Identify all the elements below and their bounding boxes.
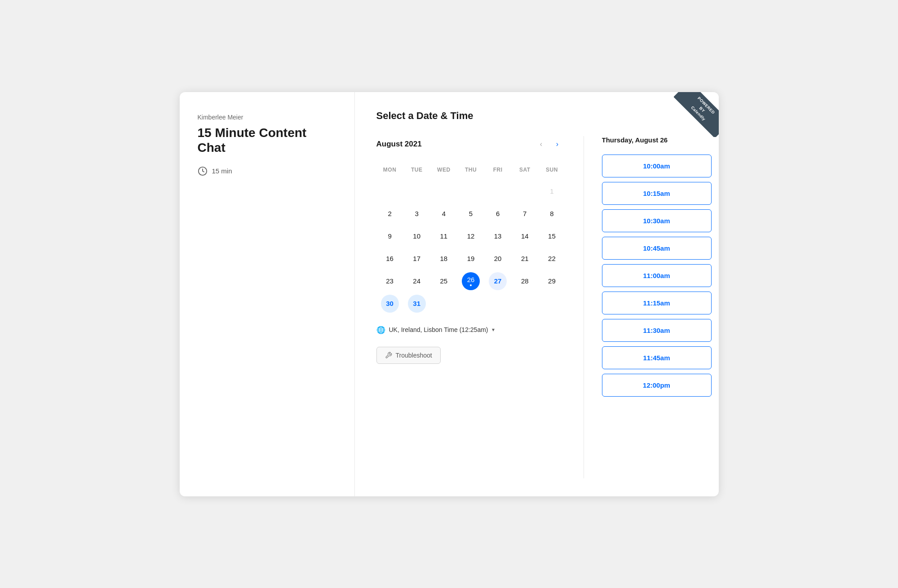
booking-card: POWERED BY Calendly Kimberlee Meier 15 M… <box>180 92 719 496</box>
weekdays-row: MON TUE WED THU FRI SAT SUN <box>376 163 566 177</box>
duration-row: 15 min <box>198 166 336 176</box>
weekday-tue: TUE <box>403 163 430 177</box>
cal-cell-20[interactable]: 20 <box>484 248 511 270</box>
time-slots-area: Thursday, August 26 10:00am 10:15am 10:3… <box>602 136 719 473</box>
troubleshoot-label: Troubleshoot <box>396 352 432 359</box>
time-slot-1000am[interactable]: 10:00am <box>602 155 712 177</box>
cal-cell-31[interactable]: 31 <box>403 292 430 315</box>
cal-cell-29[interactable]: 29 <box>538 270 565 292</box>
cal-cell-10[interactable]: 10 <box>403 225 430 248</box>
weekday-wed: WED <box>430 163 457 177</box>
calendar-grid: 1 2 3 4 5 6 7 8 9 10 11 12 13 14 15 <box>376 180 566 315</box>
cal-cell-5[interactable]: 5 <box>457 203 484 225</box>
time-slot-1100am[interactable]: 11:00am <box>602 264 712 287</box>
section-title: Select a Date & Time <box>376 110 719 122</box>
wrench-icon <box>385 352 392 359</box>
cal-cell-empty-r6-3 <box>430 292 457 315</box>
prev-month-button[interactable]: ‹ <box>533 136 549 152</box>
weekday-sat: SAT <box>511 163 538 177</box>
cal-cell-empty-1 <box>376 180 403 203</box>
time-slot-1145am[interactable]: 11:45am <box>602 346 712 369</box>
weekday-sun: SUN <box>538 163 565 177</box>
cal-cell-8[interactable]: 8 <box>538 203 565 225</box>
cal-cell-empty-2 <box>403 180 430 203</box>
globe-icon: 🌐 <box>376 326 385 334</box>
cal-cell-1[interactable]: 1 <box>538 180 565 203</box>
cal-cell-28[interactable]: 28 <box>511 270 538 292</box>
cal-cell-empty-r6-6 <box>511 292 538 315</box>
cal-cell-12[interactable]: 12 <box>457 225 484 248</box>
cal-cell-3[interactable]: 3 <box>403 203 430 225</box>
calendar-header: August 2021 ‹ › <box>376 136 566 152</box>
calendar-time-wrapper: August 2021 ‹ › MON TUE WED THU FRI SAT … <box>376 136 719 478</box>
cal-cell-30[interactable]: 30 <box>376 292 403 315</box>
selected-day-header: Thursday, August 26 <box>602 136 712 147</box>
time-slot-1130am[interactable]: 11:30am <box>602 319 712 342</box>
time-slot-1115am[interactable]: 11:15am <box>602 292 712 314</box>
time-slot-1200pm[interactable]: 12:00pm <box>602 374 712 397</box>
cal-cell-empty-r6-5 <box>484 292 511 315</box>
cal-cell-16[interactable]: 16 <box>376 248 403 270</box>
timezone-row[interactable]: 🌐 UK, Ireland, Lisbon Time (12:25am) ▾ <box>376 326 566 334</box>
host-name: Kimberlee Meier <box>198 114 336 121</box>
time-slot-1015am[interactable]: 10:15am <box>602 182 712 205</box>
month-label: August 2021 <box>376 140 533 149</box>
event-title: 15 Minute Content Chat <box>198 125 336 155</box>
cal-cell-23[interactable]: 23 <box>376 270 403 292</box>
cal-cell-empty-4 <box>457 180 484 203</box>
cal-cell-24[interactable]: 24 <box>403 270 430 292</box>
cal-cell-11[interactable]: 11 <box>430 225 457 248</box>
cal-cell-13[interactable]: 13 <box>484 225 511 248</box>
cal-cell-empty-r6-7 <box>538 292 565 315</box>
weekday-mon: MON <box>376 163 403 177</box>
cal-cell-empty-6 <box>511 180 538 203</box>
time-slot-1030am[interactable]: 10:30am <box>602 209 712 232</box>
calendly-badge: POWERED BY Calendly <box>674 92 719 137</box>
troubleshoot-button[interactable]: Troubleshoot <box>376 347 441 364</box>
cal-cell-7[interactable]: 7 <box>511 203 538 225</box>
cal-cell-empty-5 <box>484 180 511 203</box>
cal-cell-empty-r6-4 <box>457 292 484 315</box>
panel-divider <box>584 136 584 478</box>
timezone-text: UK, Ireland, Lisbon Time (12:25am) <box>389 326 488 333</box>
cal-cell-21[interactable]: 21 <box>511 248 538 270</box>
cal-cell-6[interactable]: 6 <box>484 203 511 225</box>
cal-cell-15[interactable]: 15 <box>538 225 565 248</box>
timezone-caret-icon: ▾ <box>492 327 495 333</box>
weekday-thu: THU <box>457 163 484 177</box>
left-panel: Kimberlee Meier 15 Minute Content Chat 1… <box>180 92 355 496</box>
cal-cell-14[interactable]: 14 <box>511 225 538 248</box>
cal-cell-empty-3 <box>430 180 457 203</box>
cal-cell-4[interactable]: 4 <box>430 203 457 225</box>
cal-cell-2[interactable]: 2 <box>376 203 403 225</box>
cal-cell-27[interactable]: 27 <box>484 270 511 292</box>
cal-cell-18[interactable]: 18 <box>430 248 457 270</box>
cal-cell-26[interactable]: 26 <box>457 270 484 292</box>
cal-cell-19[interactable]: 19 <box>457 248 484 270</box>
cal-cell-22[interactable]: 22 <box>538 248 565 270</box>
right-panel: Select a Date & Time August 2021 ‹ › MON… <box>355 92 719 496</box>
weekday-fri: FRI <box>484 163 511 177</box>
clock-icon <box>198 166 208 176</box>
next-month-button[interactable]: › <box>549 136 566 152</box>
cal-cell-17[interactable]: 17 <box>403 248 430 270</box>
cal-cell-25[interactable]: 25 <box>430 270 457 292</box>
calendly-badge-text: POWERED BY Calendly <box>674 92 719 137</box>
time-slot-1045am[interactable]: 10:45am <box>602 237 712 260</box>
duration-text: 15 min <box>212 167 232 175</box>
cal-cell-9[interactable]: 9 <box>376 225 403 248</box>
calendar-area: August 2021 ‹ › MON TUE WED THU FRI SAT … <box>376 136 566 478</box>
